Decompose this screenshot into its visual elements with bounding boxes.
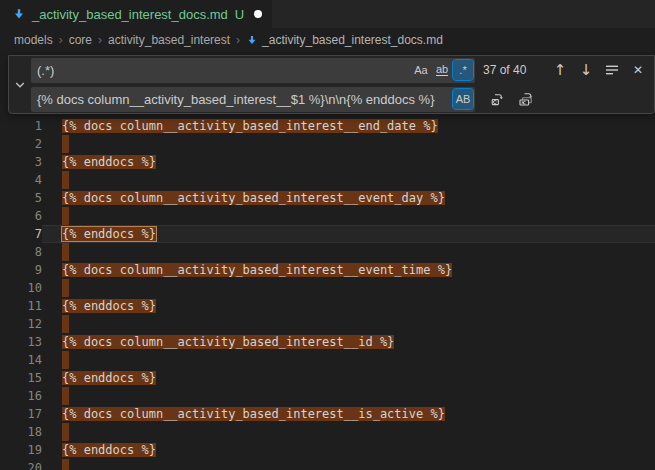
line-number: 12 xyxy=(0,315,42,333)
editor-line[interactable]: 16 xyxy=(0,387,655,405)
current-find-match: {% enddocs %} xyxy=(62,227,156,241)
line-content xyxy=(42,243,655,261)
editor-line[interactable]: 8 xyxy=(0,243,655,261)
arrow-down-icon: ↓ xyxy=(580,63,593,78)
toggle-replace-button[interactable] xyxy=(9,56,31,113)
line-number: 14 xyxy=(0,351,42,369)
editor-line[interactable]: 13{% docs column__activity_based_interes… xyxy=(0,333,655,351)
editor-line[interactable]: 2 xyxy=(0,135,655,153)
editor-line[interactable]: 1{% docs column__activity_based_interest… xyxy=(0,117,655,135)
line-content xyxy=(42,351,655,369)
line-content: {% enddocs %} xyxy=(42,225,655,243)
line-content xyxy=(42,135,655,153)
find-match: {% docs column__activity_based_interest_… xyxy=(62,263,452,277)
line-number: 8 xyxy=(0,243,42,261)
line-content xyxy=(42,279,655,297)
breadcrumb-item-models[interactable]: models xyxy=(14,33,53,47)
breadcrumb-item-core[interactable]: core xyxy=(69,33,92,47)
line-content: {% docs column__activity_based_interest_… xyxy=(42,405,655,423)
editor-line[interactable]: 12 xyxy=(0,315,655,333)
editor-line[interactable]: 15{% enddocs %} xyxy=(0,369,655,387)
regex-button[interactable]: .* xyxy=(453,60,473,80)
whole-word-label: ab xyxy=(436,64,448,76)
markdown-file-icon xyxy=(12,7,26,21)
line-content: {% docs column__activity_based_interest_… xyxy=(42,261,655,279)
find-match: {% docs column__activity_based_interest_… xyxy=(62,335,394,349)
line-number: 9 xyxy=(0,261,42,279)
line-number: 6 xyxy=(0,207,42,225)
editor-line[interactable]: 14 xyxy=(0,351,655,369)
find-match: {% enddocs %} xyxy=(62,371,156,385)
editor-line[interactable]: 6 xyxy=(0,207,655,225)
previous-match-button[interactable]: ↑ xyxy=(549,59,571,81)
breadcrumb-item-folder[interactable]: activity_based_interest xyxy=(108,33,230,47)
empty-line-match xyxy=(62,351,69,369)
editor-line[interactable]: 9{% docs column__activity_based_interest… xyxy=(0,261,655,279)
find-match: {% enddocs %} xyxy=(62,443,156,457)
editor-line[interactable]: 18 xyxy=(0,423,655,441)
line-content xyxy=(42,459,655,470)
editor-line[interactable]: 19{% enddocs %} xyxy=(0,441,655,459)
line-number: 16 xyxy=(0,387,42,405)
editor-line[interactable]: 3{% enddocs %} xyxy=(0,153,655,171)
find-input[interactable] xyxy=(31,58,410,83)
editor[interactable]: Aa ab .* 37 of 40 ↑ ↓ xyxy=(0,52,655,470)
find-input-wrap: Aa ab .* xyxy=(31,58,475,83)
find-match: {% docs column__activity_based_interest_… xyxy=(62,119,438,133)
replace-all-button[interactable] xyxy=(515,88,537,110)
preserve-case-button[interactable]: AB xyxy=(453,89,473,109)
editor-line[interactable]: 10 xyxy=(0,279,655,297)
line-number: 15 xyxy=(0,369,42,387)
replace-all-icon xyxy=(518,91,534,107)
replace-icon xyxy=(490,91,506,107)
markdown-file-icon xyxy=(246,34,258,46)
line-content: {% enddocs %} xyxy=(42,297,655,315)
whole-word-button[interactable]: ab xyxy=(432,60,452,80)
chevron-right-icon: › xyxy=(236,33,240,47)
unsaved-dot-icon[interactable] xyxy=(254,10,262,18)
find-in-selection-button[interactable] xyxy=(601,59,623,81)
line-content: {% enddocs %} xyxy=(42,369,655,387)
replace-input[interactable] xyxy=(31,87,452,112)
empty-line-match xyxy=(62,423,69,441)
line-content xyxy=(42,171,655,189)
close-find-button[interactable]: ✕ xyxy=(627,59,649,81)
code-area[interactable]: 1{% docs column__activity_based_interest… xyxy=(0,117,655,470)
match-case-button[interactable]: Aa xyxy=(411,60,431,80)
line-content: {% docs column__activity_based_interest_… xyxy=(42,333,655,351)
breadcrumb-item-file[interactable]: _activity_based_interest_docs.md xyxy=(246,33,443,47)
line-number: 11 xyxy=(0,297,42,315)
tab-bar: _activity_based_interest_docs.md U xyxy=(0,0,655,28)
replace-button[interactable] xyxy=(487,88,509,110)
chevron-right-icon: › xyxy=(98,33,102,47)
find-results-count: 37 of 40 xyxy=(483,63,549,77)
git-status-badge: U xyxy=(235,7,244,22)
find-match: {% docs column__activity_based_interest_… xyxy=(62,407,445,421)
find-match: {% enddocs %} xyxy=(62,155,156,169)
line-number: 18 xyxy=(0,423,42,441)
editor-line[interactable]: 11{% enddocs %} xyxy=(0,297,655,315)
next-match-button[interactable]: ↓ xyxy=(575,59,597,81)
line-content xyxy=(42,423,655,441)
editor-line[interactable]: 17{% docs column__activity_based_interes… xyxy=(0,405,655,423)
empty-line-match xyxy=(62,207,69,225)
line-number: 13 xyxy=(0,333,42,351)
line-number: 10 xyxy=(0,279,42,297)
line-number: 20 xyxy=(0,459,42,470)
empty-line-match xyxy=(62,459,69,470)
line-number: 17 xyxy=(0,405,42,423)
line-content: {% docs column__activity_based_interest_… xyxy=(42,117,655,135)
line-content xyxy=(42,207,655,225)
line-number: 2 xyxy=(0,135,42,153)
editor-line[interactable]: 5{% docs column__activity_based_interest… xyxy=(0,189,655,207)
editor-line[interactable]: 4 xyxy=(0,171,655,189)
editor-line[interactable]: 7{% enddocs %} xyxy=(0,225,655,243)
chevron-down-icon xyxy=(12,77,28,93)
empty-line-match xyxy=(62,243,69,261)
close-icon: ✕ xyxy=(633,64,643,76)
tab-active-file[interactable]: _activity_based_interest_docs.md U xyxy=(0,0,272,28)
line-content: {% docs column__activity_based_interest_… xyxy=(42,189,655,207)
arrow-up-icon: ↑ xyxy=(554,63,567,78)
editor-line[interactable]: 20 xyxy=(0,459,655,470)
replace-row: AB xyxy=(31,87,655,112)
